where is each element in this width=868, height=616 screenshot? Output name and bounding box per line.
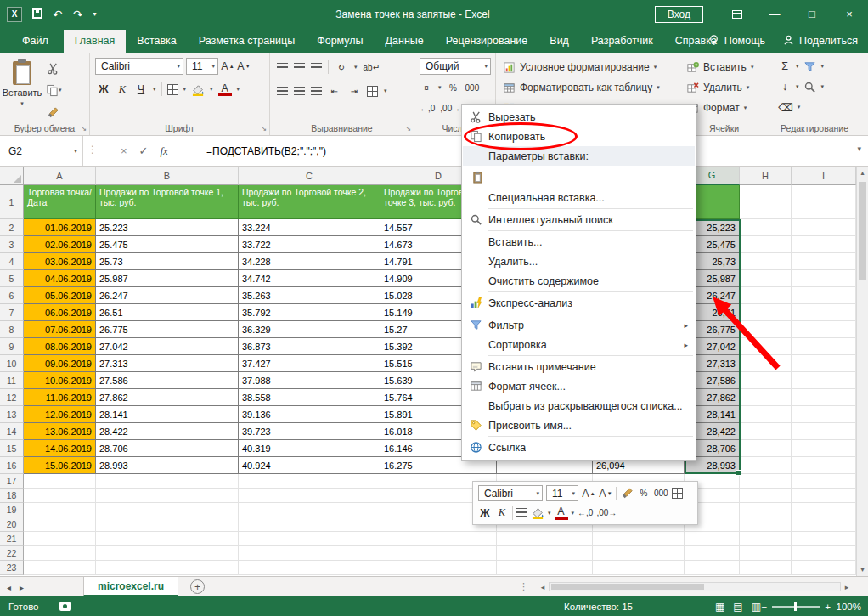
row-header-22[interactable]: 22 — [0, 546, 24, 561]
cell-I21[interactable] — [792, 532, 856, 546]
cell-H13[interactable] — [740, 406, 792, 423]
cell-I15[interactable] — [792, 440, 856, 457]
column-header-H[interactable]: H — [740, 167, 792, 185]
row-header-8[interactable]: 8 — [0, 321, 24, 338]
cell-C16[interactable]: 40.924 — [239, 457, 380, 474]
cell-C21[interactable] — [239, 532, 380, 546]
cell-A14[interactable]: 13.06.2019 — [24, 423, 96, 440]
row-header-6[interactable]: 6 — [0, 287, 24, 304]
row-header-5[interactable]: 5 — [0, 270, 24, 287]
cell-I5[interactable] — [792, 270, 856, 287]
number-format-select[interactable]: Общий▾ — [420, 58, 491, 75]
row-header-16[interactable]: 16 — [0, 457, 24, 474]
cell-F23[interactable] — [593, 561, 685, 575]
cell-A2[interactable]: 01.06.2019 — [24, 219, 96, 236]
cell-D21[interactable] — [380, 532, 497, 546]
cell-H16[interactable] — [740, 457, 792, 474]
find-select-button[interactable] — [803, 79, 817, 94]
menu-item-delete-cells[interactable]: Удалить... — [463, 251, 695, 271]
cell-H23[interactable] — [740, 561, 792, 575]
underline-button[interactable]: Ч — [134, 82, 148, 97]
format-painter-button[interactable] — [46, 105, 59, 120]
zoom-out-button[interactable]: − — [762, 602, 768, 612]
cell-C3[interactable]: 33.722 — [239, 236, 380, 253]
row-header-13[interactable]: 13 — [0, 406, 24, 423]
cell-C11[interactable]: 37.988 — [239, 372, 380, 389]
align-left-button[interactable] — [277, 87, 288, 96]
cell-I16[interactable] — [792, 457, 856, 474]
menu-item-cut[interactable]: Вырезать — [463, 107, 695, 127]
view-page-layout-button[interactable]: ▤ — [733, 601, 742, 613]
row-header-9[interactable]: 9 — [0, 338, 24, 355]
mini-fill-color-button[interactable] — [531, 506, 544, 521]
italic-button[interactable]: К — [116, 82, 129, 97]
redo-button[interactable]: ↷ — [73, 8, 83, 20]
horizontal-scrollbar[interactable]: ◂ ▸ — [537, 580, 853, 593]
sign-in-button[interactable]: Вход — [655, 6, 703, 23]
cell-A22[interactable] — [24, 546, 96, 561]
scroll-down-button[interactable]: ▾ — [857, 563, 868, 576]
cell-H5[interactable] — [740, 270, 792, 287]
scroll-right-button[interactable]: ▸ — [841, 583, 853, 591]
decrease-font-button[interactable]: А▼ — [237, 59, 251, 74]
clear-button[interactable]: ⌫ — [778, 99, 793, 115]
cell-D22[interactable] — [380, 546, 497, 561]
fill-color-button[interactable] — [191, 82, 205, 97]
merge-center-button[interactable] — [367, 86, 378, 97]
row-header-10[interactable]: 10 — [0, 355, 24, 372]
mini-comma-button[interactable]: 000 — [654, 486, 668, 501]
cell-A11[interactable]: 10.06.2019 — [24, 372, 96, 389]
zoom-slider-thumb[interactable] — [794, 602, 797, 611]
cell-H12[interactable] — [740, 389, 792, 406]
cut-button[interactable] — [46, 60, 59, 76]
cell-C1[interactable]: Продажи по Торговой точке 2, тыс. руб. — [239, 185, 380, 219]
alignment-dialog-launcher[interactable]: ↘ — [405, 125, 411, 133]
mini-decrease-font-button[interactable]: А▼ — [599, 486, 612, 501]
cell-A19[interactable] — [24, 503, 96, 517]
zoom-slider[interactable] — [772, 606, 820, 608]
cell-A13[interactable]: 12.06.2019 — [24, 406, 96, 423]
tab-home[interactable]: Главная — [64, 30, 127, 53]
cell-H7[interactable] — [740, 304, 792, 321]
cell-B6[interactable]: 26.247 — [96, 287, 239, 304]
row-header-19[interactable]: 19 — [0, 503, 24, 517]
cell-H1[interactable] — [740, 185, 792, 219]
cell-A18[interactable] — [24, 489, 96, 503]
cell-B4[interactable]: 25.73 — [96, 253, 239, 270]
decrease-decimal-button[interactable]: ,00→ — [440, 100, 460, 116]
cell-I20[interactable] — [792, 517, 856, 532]
cell-C19[interactable] — [239, 503, 380, 517]
cell-B23[interactable] — [96, 561, 239, 575]
mini-borders-button[interactable] — [672, 488, 683, 499]
tab-file[interactable]: Файл — [7, 30, 64, 53]
cell-H22[interactable] — [740, 546, 792, 561]
view-normal-button[interactable]: ▦ — [715, 601, 724, 613]
cell-I4[interactable] — [792, 253, 856, 270]
format-as-table-button[interactable]: Форматировать как таблицу▾ — [503, 79, 660, 96]
cell-C14[interactable]: 39.723 — [239, 423, 380, 440]
paste-option-button[interactable] — [468, 167, 487, 186]
column-header-B[interactable]: B — [96, 167, 239, 185]
mini-font-size-select[interactable]: 11▾ — [546, 485, 578, 501]
align-right-button[interactable] — [311, 87, 322, 96]
view-page-break-button[interactable]: ▥ — [752, 601, 761, 613]
cell-I8[interactable] — [792, 321, 856, 338]
cell-C20[interactable] — [239, 517, 380, 532]
row-header-15[interactable]: 15 — [0, 440, 24, 457]
wrap-text-button[interactable]: ab↵ — [364, 59, 380, 75]
cell-F21[interactable] — [593, 532, 685, 546]
sheet-nav-left-button[interactable]: ◂ — [7, 583, 11, 592]
cell-A3[interactable]: 02.06.2019 — [24, 236, 96, 253]
cell-C5[interactable]: 34.742 — [239, 270, 380, 287]
menu-item-smart-lookup[interactable]: Интеллектуальный поиск — [463, 210, 695, 229]
cell-I22[interactable] — [792, 546, 856, 561]
cell-A17[interactable] — [24, 474, 96, 489]
cell-A15[interactable]: 14.06.2019 — [24, 440, 96, 457]
mini-increase-decimal-button[interactable]: ,00→ — [596, 506, 617, 521]
scroll-left-button[interactable]: ◂ — [537, 583, 549, 591]
cell-I9[interactable] — [792, 338, 856, 355]
cell-I10[interactable] — [792, 355, 856, 372]
tab-formulas[interactable]: Формулы — [306, 30, 374, 53]
sheet-tab-active[interactable]: microexcel.ru — [83, 577, 178, 596]
menu-item-paste-special[interactable]: Специальная вставка... — [463, 188, 695, 207]
